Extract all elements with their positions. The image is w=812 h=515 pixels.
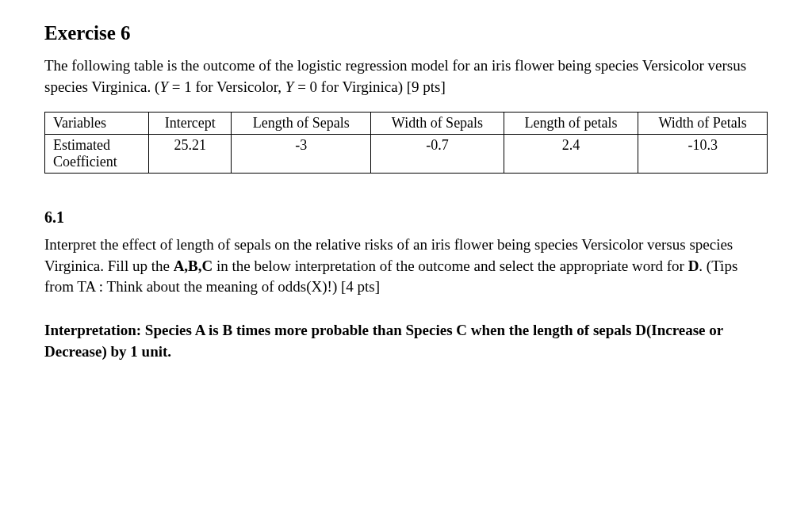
row-label-line2: Coefficient [53,154,117,170]
header-petal-width: Width of Petals [638,113,768,135]
intro-text-b: = 1 for Versicolor, [168,78,285,95]
value-petal-length: 2.4 [504,135,638,174]
subsection-number: 6.1 [44,208,768,227]
intro-var-y1: Y [159,78,168,95]
value-petal-width: -10.3 [638,135,768,174]
coefficients-table: Variables Intercept Length of Sepals Wid… [44,112,768,174]
question-bold-abc: A,B,C [174,258,213,274]
table-row: Estimated Coefficient 25.21 -3 -0.7 2.4 … [45,135,768,174]
interpretation-text: Interpretation: Species A is B times mor… [44,320,768,362]
header-variables: Variables [45,113,149,135]
header-sepal-width: Width of Sepals [371,113,504,135]
intro-var-y2: Y [285,78,294,95]
document-page: Exercise 6 The following table is the ou… [0,0,812,394]
value-sepal-width: -0.7 [371,135,504,174]
header-intercept: Intercept [149,113,232,135]
intro-paragraph: The following table is the outcome of th… [44,55,768,97]
row-label-line1: Estimated [53,137,110,153]
intro-text-c: = 0 for Virginica) [9 pts] [293,78,445,95]
table-row: Variables Intercept Length of Sepals Wid… [45,113,768,135]
header-petal-length: Length of petals [504,113,638,135]
question-paragraph: Interpret the effect of length of sepals… [44,235,768,298]
question-bold-d: D [688,258,699,274]
value-sepal-length: -3 [232,135,371,174]
exercise-heading: Exercise 6 [44,22,768,44]
header-sepal-length: Length of Sepals [232,113,371,135]
row-label-estimated: Estimated Coefficient [45,135,149,174]
value-intercept: 25.21 [149,135,232,174]
question-text-b: in the below interpretation of the outco… [213,258,688,274]
